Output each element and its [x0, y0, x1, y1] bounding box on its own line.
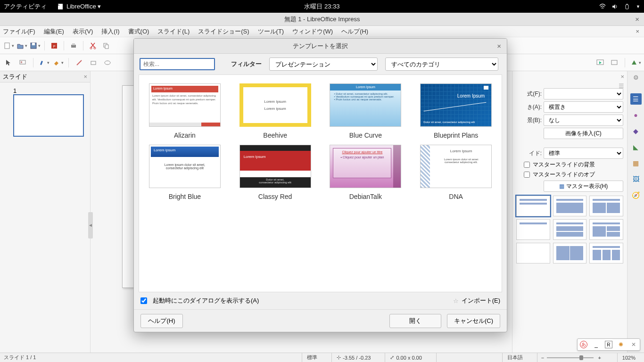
present-settings-button[interactable] [609, 57, 620, 68]
orientation-select[interactable]: 横置き [544, 101, 623, 113]
layout-option[interactable] [553, 219, 587, 240]
ime-underline-icon[interactable]: _ [593, 341, 600, 348]
wifi-icon[interactable] [599, 3, 606, 10]
filter-category-select[interactable]: すべてのカテゴリ [385, 58, 498, 71]
cut-button[interactable] [87, 40, 99, 51]
template-thumbnail: Lorem Ipsum Dolor sit amet, consectetur … [420, 83, 492, 127]
import-link[interactable]: インポート(E) [462, 296, 500, 305]
svg-text:P: P [53, 45, 56, 48]
menu-tools[interactable]: ツール(T) [258, 27, 284, 36]
export-pdf-button[interactable]: P [49, 40, 60, 51]
document-close-button[interactable]: × [636, 28, 639, 35]
template-item[interactable]: Lorem Ipsum Dolor sit amet, consectetur … [415, 83, 497, 139]
menu-view[interactable]: 表示(V) [73, 27, 93, 36]
app-menu-label[interactable]: LibreOffice ▾ [66, 3, 101, 10]
template-item[interactable]: Lorem ipsum Lorem ipsum dolor sit amet, … [144, 145, 226, 200]
volume-icon[interactable] [611, 3, 618, 10]
help-button[interactable]: ヘルプ(H) [140, 314, 183, 328]
tab-properties-icon[interactable]: ☰ [630, 93, 642, 105]
fill-tool-icon[interactable] [52, 57, 64, 68]
dialog-options-row: 起動時にこのダイアログを表示する(A) ☆ インポート(E) [134, 292, 507, 309]
format-select[interactable] [544, 88, 623, 99]
layout-option[interactable] [516, 243, 550, 263]
ime-tools-icon[interactable]: ✕ [630, 341, 637, 348]
sidebar-settings-icon[interactable]: ⚙ [633, 74, 639, 81]
master-view-button[interactable]: ▦マスター表示(H) [544, 181, 623, 192]
layout-option[interactable] [516, 219, 550, 240]
menu-format[interactable]: 書式(O) [128, 27, 149, 36]
layout-grid [516, 196, 623, 263]
master-obj-checkbox[interactable] [524, 172, 530, 178]
tab-shapes-icon[interactable]: ● [630, 109, 642, 121]
open-button[interactable]: 開く [389, 314, 441, 328]
clock[interactable]: 水曜日 23:33 [304, 2, 339, 11]
layout-option[interactable] [516, 196, 550, 216]
menu-window[interactable]: ウィンドウ(W) [292, 27, 333, 36]
background-select[interactable]: なし [544, 115, 623, 126]
ellipse-tool-icon[interactable] [102, 57, 113, 68]
3d-tool-icon[interactable] [630, 57, 641, 68]
zoom-tool-icon[interactable] [17, 57, 28, 68]
app-menu[interactable] [57, 3, 64, 10]
menu-edit[interactable]: 編集(E) [44, 27, 64, 36]
master-select[interactable]: 標準 [544, 148, 623, 159]
layout-option[interactable] [553, 243, 587, 263]
template-item[interactable]: Cliquez pour ajouter un titre• Cliquez p… [325, 145, 407, 200]
line-tool-icon[interactable] [74, 57, 85, 68]
present-button[interactable] [594, 57, 606, 68]
filter-type-select[interactable]: プレゼンテーション [269, 58, 378, 71]
template-item[interactable]: Lorem Ipsum Dolor sit amet, consectetur … [234, 145, 316, 200]
tab-transitions-icon[interactable]: ◆ [630, 125, 642, 137]
copy-button[interactable] [100, 40, 112, 51]
menu-help[interactable]: ヘルプ(H) [341, 27, 368, 36]
dialog-titlebar: テンプレートを選択 × [134, 39, 507, 54]
slides-panel-close-icon[interactable]: × [83, 73, 87, 80]
slide-thumbnail-1[interactable] [13, 94, 84, 137]
search-input[interactable] [140, 58, 215, 70]
cancel-button[interactable]: キャンセル(C) [447, 314, 500, 328]
new-button[interactable] [3, 40, 14, 51]
tab-animation-icon[interactable]: ◣ [630, 141, 642, 153]
template-item[interactable]: Lorem IpsumLorem ipsum Beehive [234, 83, 316, 139]
show-at-startup-checkbox[interactable] [140, 297, 147, 304]
ime-settings-icon[interactable]: ✺ [617, 341, 625, 348]
select-tool-icon[interactable] [3, 57, 14, 68]
template-item[interactable]: Lorem Ipsum Lorem ipsum dolor sit amet, … [144, 83, 226, 139]
layout-option[interactable] [589, 196, 623, 216]
props-menu-icon[interactable]: ☰ [619, 82, 624, 90]
open-button[interactable] [16, 40, 27, 51]
layout-option[interactable] [553, 196, 587, 216]
props-close-icon[interactable]: × [620, 73, 624, 80]
ime-r-icon[interactable]: R [605, 341, 612, 348]
insert-image-button[interactable]: 画像を挿入(C) [544, 128, 623, 139]
panel-splitter[interactable] [88, 212, 93, 239]
zoom-slider[interactable]: − + [537, 353, 608, 362]
menu-file[interactable]: ファイル(F) [3, 27, 35, 36]
save-button[interactable] [29, 40, 41, 51]
window-close-button[interactable]: × [635, 15, 639, 23]
layout-option[interactable] [589, 243, 623, 263]
master-bg-checkbox[interactable] [524, 162, 530, 168]
rect-tool-icon[interactable] [88, 57, 99, 68]
star-icon[interactable]: ☆ [453, 297, 459, 304]
template-item[interactable]: Lorem Ipsum • Dolor sit amet, consectetu… [325, 83, 407, 139]
menu-insert[interactable]: 挿入(I) [101, 27, 119, 36]
status-lang[interactable]: 日本語 [502, 353, 528, 362]
status-zoom[interactable]: 102% [617, 353, 640, 362]
power-icon[interactable] [624, 3, 630, 10]
activities-button[interactable]: アクティビティ [4, 2, 47, 11]
menu-slide[interactable]: スライド(L) [157, 27, 190, 36]
highlight-tool-icon[interactable] [38, 57, 50, 68]
tab-master-icon[interactable]: ▦ [630, 157, 642, 169]
ime-mode-icon[interactable]: あ [580, 341, 587, 348]
menu-slideshow[interactable]: スライドショー(S) [198, 27, 249, 36]
tab-navigator-icon[interactable]: 🧭 [630, 189, 642, 201]
dialog-close-button[interactable]: × [497, 42, 501, 50]
template-list[interactable]: Lorem Ipsum Lorem ipsum dolor sit amet, … [139, 74, 502, 292]
print-button[interactable] [68, 40, 79, 51]
template-dialog: テンプレートを選択 × フィルター プレゼンテーション すべてのカテゴリ Lor… [133, 38, 507, 332]
system-menu-chevron-icon[interactable]: ▼ [636, 4, 640, 9]
tab-gallery-icon[interactable]: 🖼 [630, 173, 642, 185]
template-item[interactable]: Lorem IpsumLorem ipsum dolor sit amet co… [415, 145, 497, 200]
layout-option[interactable] [589, 219, 623, 240]
